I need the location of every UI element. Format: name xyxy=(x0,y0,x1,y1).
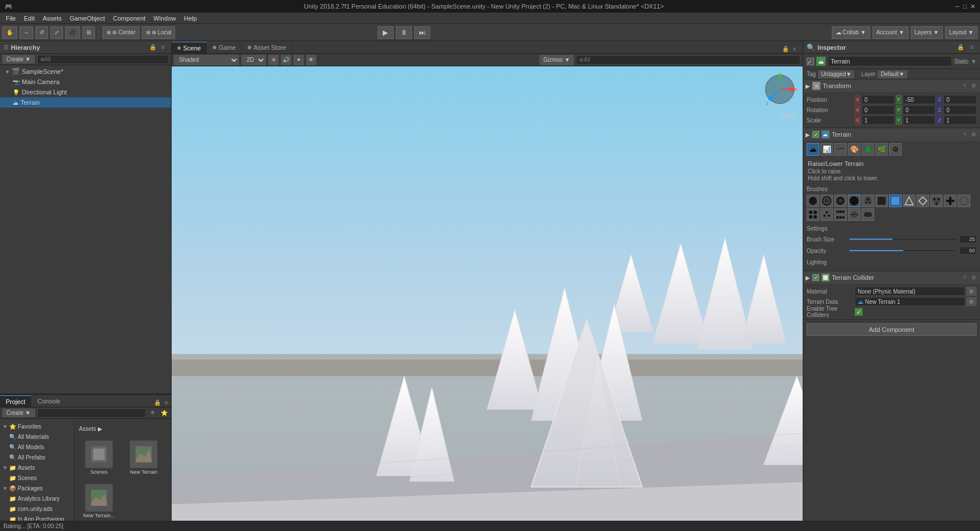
terrain-collider-help[interactable]: ? xyxy=(961,274,969,282)
enable-tree-checkbox[interactable]: ✓ xyxy=(855,308,863,316)
scale-z-field[interactable]: 1 xyxy=(943,116,977,125)
menu-edit[interactable]: Edit xyxy=(21,14,38,23)
terrain-tool-paint-height[interactable]: 📊 xyxy=(820,143,833,156)
brush-7[interactable] xyxy=(889,195,902,207)
tree-ads[interactable]: 📁 com.unity.ads xyxy=(0,504,74,514)
brush-6[interactable] xyxy=(875,195,888,207)
shading-mode-dropdown[interactable]: Shaded Wireframe Shaded Wireframe xyxy=(174,55,239,65)
hierarchy-search[interactable] xyxy=(37,55,169,64)
brush-10[interactable] xyxy=(930,195,943,207)
scene-lock-btn[interactable]: 🔒 xyxy=(781,44,790,53)
proj-star-btn[interactable]: ⭐ xyxy=(160,409,169,418)
account-button[interactable]: Account ▼ xyxy=(872,26,908,39)
scene-search[interactable] xyxy=(576,56,800,65)
opacity-track[interactable] xyxy=(849,249,957,252)
hierarchy-create-btn[interactable]: Create ▼ xyxy=(2,55,35,64)
position-z-field[interactable]: 0 xyxy=(943,95,977,104)
rotation-y-field[interactable]: 0 xyxy=(903,105,936,114)
hierarchy-item-maincamera[interactable]: 📷 Main Camera xyxy=(0,77,171,87)
static-dropdown-arrow[interactable]: ▼ xyxy=(971,58,977,65)
project-create-btn[interactable]: Create ▼ xyxy=(2,409,35,417)
terrain-data-field[interactable]: ⛰ New Terrain 1 xyxy=(855,297,965,306)
brush-14[interactable] xyxy=(820,208,833,221)
step-button[interactable]: ⏭ xyxy=(414,26,430,39)
layers-button[interactable]: Layers ▼ xyxy=(911,26,943,39)
terrain-comp-help[interactable]: ? xyxy=(961,130,969,138)
terrain-tool-settings[interactable]: ⚙ xyxy=(889,143,902,156)
hierarchy-item-directionallight[interactable]: 💡 Directional Light xyxy=(0,87,171,97)
minimize-btn[interactable]: ─ xyxy=(955,3,960,10)
position-x-field[interactable]: 0 xyxy=(862,95,895,104)
collab-button[interactable]: ☁ Collab ▼ xyxy=(832,26,870,39)
menu-window[interactable]: Window xyxy=(150,14,179,23)
local-toggle[interactable]: ⊕ ⊕ Local xyxy=(142,26,176,39)
tree-favorites[interactable]: ▼ ⭐ Favorites xyxy=(0,421,74,431)
hierarchy-lock-btn[interactable]: 🔒 xyxy=(148,43,157,52)
menu-file[interactable]: File xyxy=(2,14,19,23)
transform-rect-tool[interactable]: ⬛ xyxy=(65,26,80,39)
transform-move-tool[interactable]: ↔ xyxy=(19,26,33,39)
brush-size-value[interactable]: 25 xyxy=(959,235,977,243)
tree-packages[interactable]: ▼ 📦 Packages xyxy=(0,483,74,493)
tab-asset-store[interactable]: Asset Store xyxy=(242,42,292,53)
menu-assets[interactable]: Assets xyxy=(39,14,65,23)
terrain-tool-raise[interactable]: ⛰ xyxy=(807,143,819,156)
transform-hand-tool[interactable]: ✋ xyxy=(2,26,17,39)
position-y-field[interactable]: -50 xyxy=(903,95,936,104)
terrain-tool-paint-detail[interactable]: 🌿 xyxy=(875,143,888,156)
add-component-button[interactable]: Add Component xyxy=(807,323,977,336)
scene-3d-view[interactable]: Y X Z Right xyxy=(172,66,803,531)
terrain-comp-check[interactable]: ✓ xyxy=(812,131,819,138)
transform-scale-tool[interactable]: ⤢ xyxy=(50,26,63,39)
scene-visibility-btn[interactable]: 👁 xyxy=(306,55,316,65)
asset-new-terrain-2[interactable]: New Terrain... xyxy=(79,482,119,521)
brush-9[interactable] xyxy=(916,195,929,207)
tree-analytics[interactable]: 📁 Analytics Library xyxy=(0,493,74,504)
menu-gameobject[interactable]: GameObject xyxy=(66,14,109,23)
maximize-btn[interactable]: □ xyxy=(963,3,967,10)
proj-eye-btn[interactable]: 👁 xyxy=(148,409,157,418)
brush-12[interactable] xyxy=(958,195,970,207)
play-button[interactable]: ▶ xyxy=(378,26,394,39)
transform-help-icon[interactable]: ? xyxy=(961,82,969,90)
scale-y-field[interactable]: 1 xyxy=(903,116,936,125)
brush-11[interactable] xyxy=(944,195,957,207)
terrain-tool-paint-texture[interactable]: 🎨 xyxy=(848,143,860,156)
object-active-checkbox[interactable]: ✓ xyxy=(807,58,814,65)
terrain-collider-settings[interactable]: ⚙ xyxy=(970,274,978,282)
brush-3[interactable] xyxy=(834,195,847,207)
brush-1[interactable] xyxy=(807,195,819,207)
tree-all-prefabs[interactable]: 🔍 All Prefabs xyxy=(0,452,74,462)
tree-all-models[interactable]: 🔍 All Models xyxy=(0,442,74,452)
brush-13[interactable] xyxy=(807,208,819,221)
terrain-collider-header[interactable]: ▶ ✓ ⬜ Terrain Collider ? ⚙ xyxy=(803,271,980,284)
close-btn[interactable]: ✕ xyxy=(970,3,975,10)
gizmos-dropdown[interactable]: Gizmos ▼ xyxy=(539,55,574,65)
audio-btn[interactable]: 🔊 xyxy=(281,55,291,65)
rotation-x-field[interactable]: 0 xyxy=(862,105,895,114)
hierarchy-item-terrain[interactable]: ⛰ Terrain xyxy=(0,97,171,108)
effects-btn[interactable]: ✦ xyxy=(293,55,304,65)
tab-project[interactable]: Project xyxy=(0,395,31,407)
tab-console[interactable]: Console xyxy=(31,395,66,407)
transform-transform-tool[interactable]: ⊞ xyxy=(82,26,95,39)
tab-game[interactable]: Game xyxy=(207,42,242,53)
brush-8[interactable] xyxy=(903,195,915,207)
material-field[interactable]: None (Physic Material) xyxy=(855,287,965,296)
layer-dropdown[interactable]: Default ▼ xyxy=(878,70,907,78)
brush-2[interactable] xyxy=(820,195,833,207)
opacity-value[interactable]: 50 xyxy=(959,247,977,255)
menu-help[interactable]: Help xyxy=(180,14,200,23)
transform-rotate-tool[interactable]: ↺ xyxy=(35,26,48,39)
tag-dropdown[interactable]: Untagged ▼ xyxy=(818,70,854,78)
transform-settings-icon[interactable]: ⚙ xyxy=(970,82,978,90)
bottom-panel-menu[interactable]: ≡ xyxy=(162,398,171,407)
asset-scenes[interactable]: Scenes xyxy=(79,438,119,477)
rotation-z-field[interactable]: 0 xyxy=(943,105,977,114)
material-pick-btn[interactable]: ⊙ xyxy=(966,287,977,296)
menu-component[interactable]: Component xyxy=(109,14,149,23)
scale-x-field[interactable]: 1 xyxy=(862,116,895,125)
terrain-comp-settings[interactable]: ⚙ xyxy=(970,130,978,138)
tree-assets[interactable]: ▼ 📁 Assets xyxy=(0,462,74,473)
tree-scenes[interactable]: 📁 Scenes xyxy=(0,473,74,483)
